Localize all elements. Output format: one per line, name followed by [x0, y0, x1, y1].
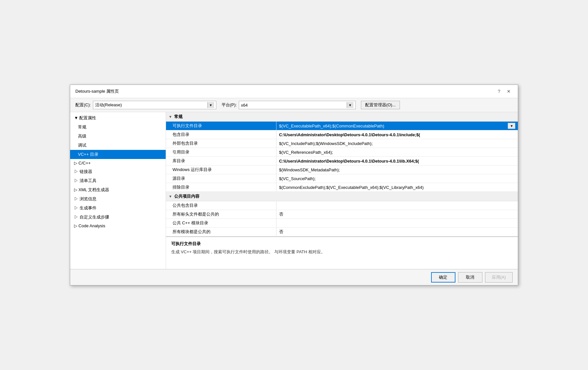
sidebar-item-vc-dirs[interactable]: VC++ 目录 — [70, 150, 166, 159]
sidebar-item-custom-build[interactable]: ▷ 自定义生成步骤 — [70, 213, 166, 222]
sidebar-item-advanced[interactable]: 高级 — [70, 132, 166, 141]
prop-value-pub-cpp-module — [276, 219, 518, 227]
prop-value-exclude-dirs: $(CommonExcludePath);$(VC_ExecutablePath… — [276, 183, 518, 192]
prop-name-src-dirs: 源目录 — [166, 174, 276, 183]
manager-button[interactable]: 配置管理器(O)... — [361, 101, 400, 109]
prop-row-exclude-dirs[interactable]: 排除目录$(CommonExcludePath);$(VC_Executable… — [166, 183, 518, 192]
sidebar-item-linker[interactable]: ▷ 链接器 — [70, 167, 166, 176]
prop-value-exec-path: $(VC_ExecutablePath_x64);$(CommonExecuta… — [276, 122, 518, 130]
description-area: 可执行文件目录 生成 VC++ 项目期间，搜索可执行文件时使用的路径。 与环境变… — [166, 236, 518, 269]
prop-value-lib-dirs: C:\Users\Administrator\Desktop\Detours-4… — [276, 157, 518, 165]
config-group: 配置(C): 活动(Release) ▼ — [75, 101, 216, 109]
sidebar-item-debug[interactable]: 调试 — [70, 141, 166, 150]
dialog-title: Detours-sample 属性页 — [75, 88, 119, 94]
apply-button[interactable]: 应用(A) — [485, 272, 513, 283]
prop-value-all-headers-public: 否 — [276, 210, 518, 218]
prop-value-text-winrt-dirs: $(WindowsSDK_MetadataPath); — [279, 167, 515, 172]
prop-row-winrt-dirs[interactable]: Windows 运行库目录$(WindowsSDK_MetadataPath); — [166, 165, 518, 174]
section-expand-icon-public-items: ▼ — [169, 194, 172, 198]
prop-row-pub-cpp-module[interactable]: 公共 C++ 模块目录 — [166, 219, 518, 228]
prop-value-text-include-dirs: C:\Users\Administrator\Desktop\Detours-4… — [279, 132, 515, 137]
platform-select-arrow: ▼ — [347, 102, 353, 108]
prop-value-all-modules-public: 否 — [276, 228, 518, 236]
cancel-button[interactable]: 取消 — [458, 272, 482, 283]
prop-row-src-dirs[interactable]: 源目录$(VC_SourcePath); — [166, 174, 518, 183]
sidebar-item-cpp[interactable]: ▷ C/C++ — [70, 159, 166, 167]
content-area: ▼ 配置属性常规高级调试VC++ 目录▷ C/C++▷ 链接器▷ 清单工具▷ X… — [70, 112, 518, 269]
prop-name-include-dirs: 包含目录 — [166, 130, 276, 139]
sidebar-item-browse[interactable]: ▷ 浏览信息 — [70, 194, 166, 204]
section-label-general: 常规 — [174, 114, 183, 120]
section-label-public-items: 公共项目内容 — [174, 193, 199, 199]
prop-dropdown-btn-exec-path[interactable]: ▼ — [508, 123, 515, 129]
desc-text: 生成 VC++ 项目期间，搜索可执行文件时使用的路径。 与环境变量 PATH 相… — [171, 249, 513, 256]
footer: 确定 取消 应用(A) — [70, 269, 518, 285]
section-header-general[interactable]: ▼常规 — [166, 112, 518, 122]
prop-value-text-src-dirs: $(VC_SourcePath); — [279, 176, 515, 181]
prop-value-text-lib-dirs: C:\Users\Administrator\Desktop\Detours-4… — [279, 159, 515, 164]
prop-name-ext-include: 外部包含目录 — [166, 139, 276, 148]
prop-value-text-all-headers-public: 否 — [279, 211, 515, 217]
prop-value-ref-dirs: $(VC_ReferencesPath_x64); — [276, 148, 518, 156]
prop-name-pub-cpp-module: 公共 C++ 模块目录 — [166, 219, 276, 227]
main-panel: ▼常规可执行文件目录$(VC_ExecutablePath_x64);$(Com… — [166, 112, 518, 269]
prop-name-exclude-dirs: 排除目录 — [166, 183, 276, 192]
platform-select[interactable]: x64 ▼ — [239, 101, 356, 109]
prop-value-text-exclude-dirs: $(CommonExcludePath);$(VC_ExecutablePath… — [279, 185, 515, 190]
properties-dialog: Detours-sample 属性页 ? ✕ 配置(C): 活动(Release… — [70, 85, 518, 285]
prop-row-ext-include[interactable]: 外部包含目录$(VC_IncludePath);$(WindowsSDK_Inc… — [166, 139, 518, 148]
prop-value-text-ref-dirs: $(VC_ReferencesPath_x64); — [279, 150, 515, 155]
sidebar-item-build-events[interactable]: ▷ 生成事件 — [70, 204, 166, 213]
prop-value-pub-include — [276, 201, 518, 210]
prop-name-all-modules-public: 所有模块都是公共的 — [166, 228, 276, 236]
platform-label: 平台(P): — [222, 102, 237, 108]
prop-name-exec-path: 可执行文件目录 — [166, 122, 276, 130]
config-select[interactable]: 活动(Release) ▼ — [93, 101, 216, 109]
prop-name-winrt-dirs: Windows 运行库目录 — [166, 165, 276, 174]
config-select-arrow: ▼ — [207, 102, 214, 108]
platform-select-value: x64 — [241, 103, 345, 108]
prop-row-all-headers-public[interactable]: 所有标头文件都是公共的否 — [166, 210, 518, 219]
prop-row-all-modules-public[interactable]: 所有模块都是公共的否 — [166, 228, 518, 236]
config-label: 配置(C): — [75, 102, 91, 108]
prop-row-ref-dirs[interactable]: 引用目录$(VC_ReferencesPath_x64); — [166, 148, 518, 157]
prop-row-exec-path[interactable]: 可执行文件目录$(VC_ExecutablePath_x64);$(Common… — [166, 122, 518, 130]
prop-value-include-dirs: C:\Users\Administrator\Desktop\Detours-4… — [276, 130, 518, 139]
config-select-value: 活动(Release) — [95, 102, 206, 108]
ok-button[interactable]: 确定 — [431, 272, 455, 283]
section-expand-icon-general: ▼ — [169, 115, 172, 119]
prop-row-pub-include[interactable]: 公共包含目录 — [166, 201, 518, 210]
title-bar-buttons: ? ✕ — [496, 88, 513, 95]
sidebar-item-manifest[interactable]: ▷ 清单工具 — [70, 176, 166, 185]
toolbar: 配置(C): 活动(Release) ▼ 平台(P): x64 ▼ 配置管理器(… — [70, 98, 518, 112]
desc-title: 可执行文件目录 — [171, 241, 513, 247]
prop-value-text-ext-include: $(VC_IncludePath);$(WindowsSDK_IncludePa… — [279, 141, 515, 146]
section-header-public-items[interactable]: ▼公共项目内容 — [166, 192, 518, 201]
sidebar-item-code-analysis[interactable]: ▷ Code Analysis — [70, 222, 166, 230]
close-button[interactable]: ✕ — [505, 88, 513, 95]
help-button[interactable]: ? — [496, 88, 502, 95]
prop-row-include-dirs[interactable]: 包含目录C:\Users\Administrator\Desktop\Detou… — [166, 130, 518, 139]
prop-name-pub-include: 公共包含目录 — [166, 201, 276, 210]
sidebar-item-xml[interactable]: ▷ XML 文档生成器 — [70, 185, 166, 194]
prop-value-text-exec-path: $(VC_ExecutablePath_x64);$(CommonExecuta… — [279, 124, 508, 128]
prop-name-all-headers-public: 所有标头文件都是公共的 — [166, 210, 276, 218]
prop-value-text-all-modules-public: 否 — [279, 229, 515, 235]
properties-table: ▼常规可执行文件目录$(VC_ExecutablePath_x64);$(Com… — [166, 112, 518, 236]
prop-value-winrt-dirs: $(WindowsSDK_MetadataPath); — [276, 165, 518, 174]
prop-value-ext-include: $(VC_IncludePath);$(WindowsSDK_IncludePa… — [276, 139, 518, 148]
title-bar: Detours-sample 属性页 ? ✕ — [70, 85, 518, 98]
prop-name-lib-dirs: 库目录 — [166, 157, 276, 165]
sidebar: ▼ 配置属性常规高级调试VC++ 目录▷ C/C++▷ 链接器▷ 清单工具▷ X… — [70, 112, 166, 269]
sidebar-item-config-props[interactable]: ▼ 配置属性 — [70, 113, 166, 123]
prop-row-lib-dirs[interactable]: 库目录C:\Users\Administrator\Desktop\Detour… — [166, 157, 518, 165]
sidebar-item-general[interactable]: 常规 — [70, 123, 166, 132]
platform-group: 平台(P): x64 ▼ — [222, 101, 356, 109]
prop-name-ref-dirs: 引用目录 — [166, 148, 276, 156]
prop-value-src-dirs: $(VC_SourcePath); — [276, 174, 518, 183]
